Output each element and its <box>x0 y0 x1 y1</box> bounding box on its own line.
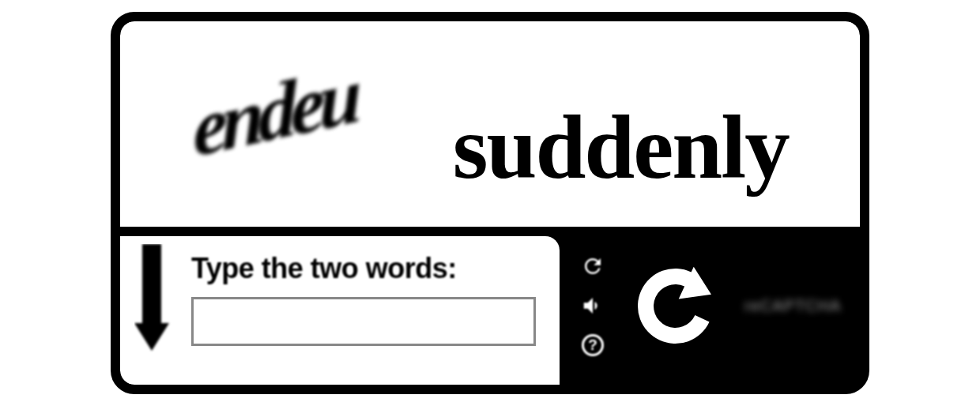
captcha-widget: endeu suddenly Type the two words: <box>111 12 869 394</box>
captcha-text-input[interactable] <box>191 297 536 346</box>
audio-icon[interactable] <box>579 292 606 319</box>
help-icon[interactable]: ? <box>579 332 606 359</box>
captcha-word-readable: suddenly <box>453 96 789 200</box>
captcha-input-label: Type the two words: <box>191 252 536 285</box>
captcha-input-row: Type the two words: ? <box>120 227 860 385</box>
captcha-small-controls: ? <box>579 253 606 359</box>
captcha-word-distorted: endeu <box>191 49 356 175</box>
captcha-controls-panel: ? reCAPTCHA <box>560 227 860 385</box>
refresh-large-icon[interactable] <box>626 254 725 357</box>
captcha-brand-label: reCAPTCHA <box>744 297 841 315</box>
captcha-input-panel: Type the two words: <box>120 236 560 385</box>
arrow-down-icon <box>134 244 178 355</box>
captcha-challenge-image: endeu suddenly <box>120 21 860 227</box>
refresh-small-icon[interactable] <box>579 253 606 280</box>
